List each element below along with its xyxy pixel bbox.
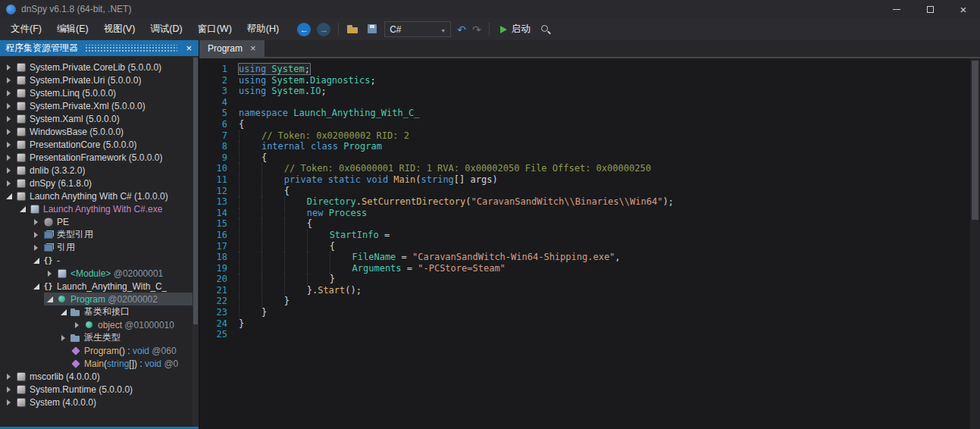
code-line[interactable]: 10 // Token: 0x06000001 RID: 1 RVA: 0x00…: [199, 163, 980, 174]
tab-close-icon[interactable]: [250, 43, 256, 54]
menu-item[interactable]: 窗口(W): [190, 18, 240, 40]
navigate-forward-button[interactable]: [317, 23, 330, 36]
expander-collapsed-icon[interactable]: [3, 129, 14, 135]
tree-item[interactable]: {}Launch_Anything_With_C_: [0, 280, 199, 293]
expander-expanded-icon[interactable]: [3, 193, 14, 199]
expander-collapsed-icon[interactable]: [3, 90, 14, 96]
code-line[interactable]: 20 }: [199, 274, 980, 285]
expander-collapsed-icon[interactable]: [71, 322, 83, 328]
tree-item[interactable]: 引用: [0, 241, 199, 254]
code-line[interactable]: 7 // Token: 0x02000002 RID: 2: [199, 130, 980, 142]
code-line[interactable]: 6{: [199, 119, 980, 130]
code-line[interactable]: 11 private static void Main(string[] arg…: [199, 174, 980, 186]
expander-collapsed-icon[interactable]: [3, 142, 14, 148]
code-line[interactable]: 22 }: [199, 296, 980, 307]
tree-scrollbar-thumb[interactable]: [193, 58, 198, 324]
tree-item[interactable]: object @01000010: [0, 318, 199, 331]
code-line[interactable]: 24}: [199, 318, 980, 330]
expander-collapsed-icon[interactable]: [3, 387, 14, 393]
tree-item[interactable]: Program @02000002: [0, 293, 199, 305]
expander-collapsed-icon[interactable]: [3, 180, 14, 186]
tree-item[interactable]: Launch Anything With C#.exe: [0, 202, 199, 215]
tree-scrollbar[interactable]: [193, 56, 199, 427]
tree-item[interactable]: System.Runtime (5.0.0.0): [0, 383, 199, 396]
maximize-button[interactable]: [913, 0, 947, 18]
code-line[interactable]: 19 Arguments = "-PCStore=Steam": [199, 263, 980, 274]
tree-item[interactable]: Program() : void @060: [0, 344, 199, 357]
tree-item[interactable]: 派生类型: [0, 331, 199, 344]
code-line[interactable]: 13 Directory.SetCurrentDirectory("Carava…: [199, 196, 980, 208]
minimize-button[interactable]: [880, 0, 913, 18]
expander-expanded-icon[interactable]: [30, 258, 42, 264]
menu-item[interactable]: 调试(D): [142, 18, 189, 40]
code-line[interactable]: 1using System;: [199, 64, 980, 75]
menu-item[interactable]: 编辑(E): [49, 18, 96, 40]
open-file-button[interactable]: [346, 23, 360, 35]
expander-expanded-icon[interactable]: [30, 283, 42, 290]
code-line[interactable]: 3using System.IO;: [199, 86, 980, 97]
tree-item[interactable]: WindowsBase (5.0.0.0): [0, 125, 199, 138]
expander-collapsed-icon[interactable]: [30, 245, 42, 251]
code-line[interactable]: 25: [199, 329, 980, 340]
expander-collapsed-icon[interactable]: [3, 116, 14, 122]
menu-item[interactable]: 帮助(H): [240, 18, 286, 40]
editor-scrollbar[interactable]: [970, 58, 980, 429]
tree-item[interactable]: System.Private.Uri (5.0.0.0): [0, 74, 199, 86]
expander-collapsed-icon[interactable]: [30, 232, 42, 238]
code-line[interactable]: 18 FileName = "CaravanSandWitch-Win64-Sh…: [199, 252, 980, 263]
tree-item[interactable]: Main(string[]) : void @0: [0, 357, 199, 370]
tree-item[interactable]: mscorlib (4.0.0.0): [0, 370, 199, 383]
close-button[interactable]: ×: [947, 0, 980, 18]
code-line[interactable]: 16 StartInfo =: [199, 230, 980, 241]
menu-item[interactable]: 文件(F): [3, 18, 49, 40]
tree-item[interactable]: PresentationCore (5.0.0.0): [0, 138, 199, 151]
language-selector[interactable]: C#: [384, 21, 451, 37]
code-line[interactable]: 17 {: [199, 241, 980, 252]
tree-item[interactable]: dnlib (3.3.2.0): [0, 164, 199, 177]
save-all-button[interactable]: [366, 23, 378, 35]
expander-collapsed-icon[interactable]: [3, 103, 14, 109]
start-button[interactable]: 启动: [497, 23, 534, 36]
code-line[interactable]: 2using System.Diagnostics;: [199, 75, 980, 86]
expander-collapsed-icon[interactable]: [58, 335, 69, 341]
expander-collapsed-icon[interactable]: [44, 271, 55, 277]
expander-expanded-icon[interactable]: [58, 309, 69, 315]
tree-item[interactable]: System.Linq (5.0.0.0): [0, 86, 199, 99]
expander-collapsed-icon[interactable]: [3, 77, 14, 83]
tree-item[interactable]: PresentationFramework (5.0.0.0): [0, 151, 199, 164]
tree-item[interactable]: Launch Anything With C# (1.0.0.0): [0, 189, 199, 202]
code-line[interactable]: 23 }: [199, 307, 980, 318]
tree-item[interactable]: PE: [0, 215, 199, 228]
expander-collapsed-icon[interactable]: [3, 399, 14, 406]
undo-button[interactable]: [457, 24, 466, 35]
code-line[interactable]: 15 {: [199, 218, 980, 230]
tree-item[interactable]: dnSpy (6.1.8.0): [0, 177, 199, 189]
tree-item[interactable]: System (4.0.0.0): [0, 396, 199, 409]
expander-expanded-icon[interactable]: [17, 206, 28, 212]
expander-collapsed-icon[interactable]: [3, 64, 14, 70]
panel-close-button[interactable]: ×: [184, 43, 193, 53]
tree-item[interactable]: {}-: [0, 254, 199, 267]
code-line[interactable]: 4: [199, 97, 980, 108]
menu-item[interactable]: 视图(V): [96, 18, 143, 40]
tree-item[interactable]: System.Xaml (5.0.0.0): [0, 112, 199, 125]
expander-collapsed-icon[interactable]: [3, 374, 14, 380]
code-line[interactable]: 14 new Process: [199, 208, 980, 219]
tree-item[interactable]: 类型引用: [0, 228, 199, 241]
code-line[interactable]: 9 {: [199, 152, 980, 164]
expander-collapsed-icon[interactable]: [3, 155, 14, 161]
editor-scrollbar-thumb[interactable]: [972, 61, 978, 220]
redo-button[interactable]: [472, 24, 481, 35]
tree-item[interactable]: 基类和接口: [0, 305, 199, 318]
tab-program[interactable]: Program: [199, 40, 265, 57]
assembly-tree[interactable]: System.Private.CoreLib (5.0.0.0)System.P…: [0, 56, 199, 427]
navigate-back-button[interactable]: [297, 23, 311, 36]
code-line[interactable]: 5namespace Launch_Anything_With_C_: [199, 108, 980, 119]
panel-drag-grip[interactable]: [85, 45, 177, 52]
tree-item[interactable]: System.Private.CoreLib (5.0.0.0): [0, 61, 199, 74]
expander-collapsed-icon[interactable]: [3, 168, 14, 174]
search-icon[interactable]: [540, 23, 552, 36]
expander-expanded-icon[interactable]: [44, 296, 55, 302]
code-line[interactable]: 8 internal class Program: [199, 141, 980, 152]
code-line[interactable]: 12 {: [199, 186, 980, 197]
